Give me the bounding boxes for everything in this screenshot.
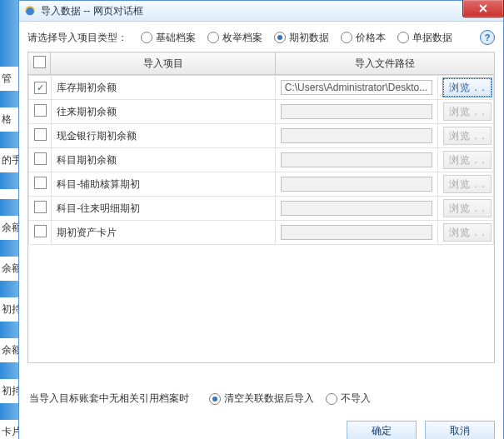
sidebar-fragment: 的手 xyxy=(0,148,18,172)
type-radio[interactable]: 基础档案 xyxy=(141,31,196,45)
browse-button: 浏览 . . xyxy=(443,175,492,193)
row-path-input xyxy=(281,201,432,216)
row-item-label: 科目期初余额 xyxy=(52,148,276,172)
footer-label: 当导入目标账套中无相关引用档案时 xyxy=(29,392,189,406)
radio-icon xyxy=(341,32,352,43)
header-item: 导入项目 xyxy=(51,52,275,75)
dialog-content: 请选择导入项目类型： 基础档案枚举档案期初数据价格本单据数据 ? 导入项目 导入… xyxy=(19,22,503,439)
radio-label: 枚举档案 xyxy=(222,31,262,45)
browse-button: 浏览 . . xyxy=(443,127,492,145)
radio-label: 清空关联数据后导入 xyxy=(224,392,314,406)
sidebar-fragment: 余额 xyxy=(0,338,18,362)
import-grid-body: 库存期初余额C:\Users\Administrator\Deskto...浏览… xyxy=(28,75,494,245)
help-icon[interactable]: ? xyxy=(480,30,495,45)
footer-options: 当导入目标账套中无相关引用档案时 清空关联数据后导入不导入 xyxy=(27,388,495,409)
row-item-label: 科目-往来明细期初 xyxy=(52,197,276,221)
type-radio[interactable]: 枚举档案 xyxy=(207,31,262,45)
row-checkbox[interactable] xyxy=(34,225,47,237)
radio-icon xyxy=(326,393,337,405)
radio-icon xyxy=(209,393,221,405)
table-row: 现金银行期初余额浏览 . . xyxy=(29,124,494,148)
row-checkbox[interactable] xyxy=(34,82,47,94)
table-row: 库存期初余额C:\Users\Administrator\Deskto...浏览… xyxy=(29,76,494,100)
row-item-label: 期初资产卡片 xyxy=(52,221,276,245)
row-item-label: 科目-辅助核算期初 xyxy=(52,172,276,197)
table-row: 往来期初余额浏览 . . xyxy=(29,100,494,124)
row-checkbox[interactable] xyxy=(34,177,47,189)
sidebar-fragment: 管 xyxy=(0,67,18,91)
header-check-all[interactable] xyxy=(28,52,51,75)
table-row: 科目期初余额浏览 . . xyxy=(29,148,494,172)
row-checkbox[interactable] xyxy=(34,128,47,141)
dialog-titlebar: 导入数据 -- 网页对话框 xyxy=(19,1,503,22)
row-item-label: 现金银行期初余额 xyxy=(52,124,276,148)
type-radio[interactable]: 期初数据 xyxy=(274,31,329,45)
header-path: 导入文件路径 xyxy=(275,52,494,75)
table-row: 科目-往来明细期初浏览 . . xyxy=(29,197,494,221)
checkbox-icon xyxy=(33,56,46,68)
row-checkbox[interactable] xyxy=(34,201,47,213)
sidebar-fragment: 余额 xyxy=(0,257,18,281)
sidebar-fragment: 格 xyxy=(0,107,18,132)
browse-button: 浏览 . . xyxy=(443,151,492,169)
ok-button[interactable]: 确定 xyxy=(347,421,417,439)
type-radio[interactable]: 价格本 xyxy=(341,31,386,45)
dialog-title: 导入数据 -- 网页对话框 xyxy=(41,4,143,18)
app-left-strip: 管格的手余额余额初持余额初持卡片及单及单入库 xyxy=(0,0,18,439)
browse-button: 浏览 . . xyxy=(443,223,492,242)
ie-icon xyxy=(24,5,36,17)
type-row: 请选择导入项目类型： 基础档案枚举档案期初数据价格本单据数据 ? xyxy=(27,28,495,52)
browse-button: 浏览 . . xyxy=(443,199,492,217)
sidebar-fragment xyxy=(0,189,18,199)
type-radio[interactable]: 单据数据 xyxy=(397,31,452,45)
radio-icon xyxy=(207,32,219,43)
browse-button: 浏览 . . xyxy=(443,102,492,121)
type-label: 请选择导入项目类型： xyxy=(27,31,127,45)
footer-radio[interactable]: 清空关联数据后导入 xyxy=(209,392,314,406)
radio-icon xyxy=(141,32,152,43)
radio-label: 期初数据 xyxy=(289,31,329,45)
cancel-button[interactable]: 取消 xyxy=(425,421,495,439)
radio-label: 价格本 xyxy=(356,31,386,45)
table-row: 期初资产卡片浏览 . . xyxy=(29,221,494,245)
sidebar-fragment: 初持 xyxy=(0,297,18,322)
close-button[interactable] xyxy=(462,0,504,17)
row-item-label: 库存期初余额 xyxy=(52,76,276,100)
row-item-label: 往来期初余额 xyxy=(52,100,276,124)
row-checkbox[interactable] xyxy=(34,152,47,165)
dialog-buttons: 确定 取消 xyxy=(27,421,495,439)
radio-label: 不导入 xyxy=(341,392,371,406)
row-path-input xyxy=(281,128,432,143)
row-path-input[interactable]: C:\Users\Administrator\Deskto... xyxy=(281,80,432,95)
radio-icon xyxy=(397,32,409,43)
import-grid-header: 导入项目 导入文件路径 xyxy=(27,52,495,75)
radio-label: 基础档案 xyxy=(156,31,196,45)
import-dialog: 导入数据 -- 网页对话框 请选择导入项目类型： 基础档案枚举档案期初数据价格本… xyxy=(18,0,504,439)
sidebar-fragment: 卡片 xyxy=(0,420,18,439)
row-path-input xyxy=(281,177,432,192)
table-row: 科目-辅助核算期初浏览 . . xyxy=(29,172,494,197)
row-path-input xyxy=(281,225,432,240)
footer-radio[interactable]: 不导入 xyxy=(326,392,371,406)
row-checkbox[interactable] xyxy=(34,104,47,117)
close-icon xyxy=(479,4,487,12)
radio-label: 单据数据 xyxy=(412,31,452,45)
radio-icon xyxy=(274,32,286,43)
browse-button[interactable]: 浏览 . . xyxy=(443,78,492,97)
row-path-input xyxy=(281,152,432,167)
sidebar-fragment: 初持 xyxy=(0,379,18,403)
row-path-input xyxy=(281,104,432,119)
sidebar-fragment: 余额 xyxy=(0,216,18,240)
